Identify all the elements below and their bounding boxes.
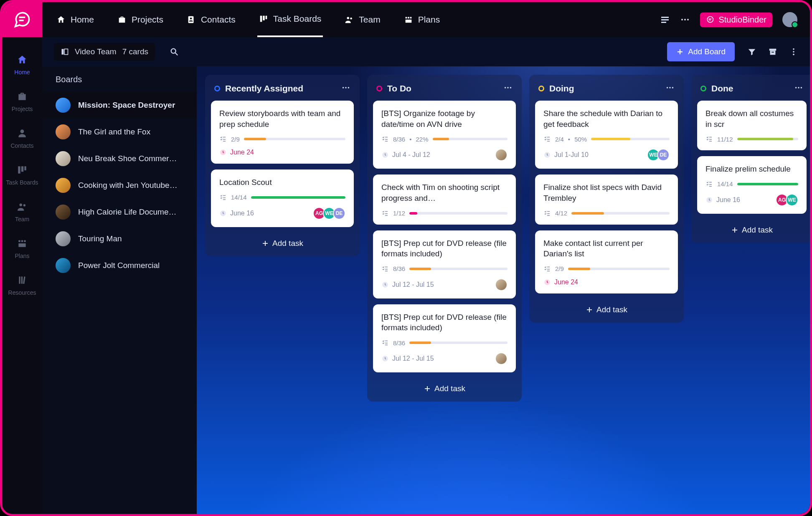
column-title: Doing xyxy=(549,83,660,94)
assignee-avatar[interactable] xyxy=(495,149,508,161)
card-progress: 2/4•50% xyxy=(543,135,670,143)
kanban-canvas[interactable]: Recently AssignedReview storyboards with… xyxy=(197,66,810,514)
sidebar-project[interactable]: High Calorie Life Docume… xyxy=(42,199,197,225)
brand-logo[interactable] xyxy=(2,2,42,37)
svg-rect-9 xyxy=(21,240,23,242)
board-context[interactable]: Video Team 7 cards xyxy=(54,43,155,61)
task-card[interactable]: [BTS] Prep cut for DVD release (file for… xyxy=(373,230,516,298)
checklist-icon xyxy=(543,135,551,143)
card-progress: 4/12 xyxy=(543,210,670,217)
sidebar-project[interactable]: Cooking with Jen Youtube… xyxy=(42,172,197,199)
svg-point-30 xyxy=(684,19,686,20)
card-date: June 24 xyxy=(219,149,254,156)
add-task-button[interactable]: Add task xyxy=(211,233,354,250)
task-card[interactable]: Location Scout14/14June 16AGWEDE xyxy=(211,169,354,227)
svg-point-47 xyxy=(345,87,347,89)
nav-plans[interactable]: Plans xyxy=(15,238,29,259)
nav-team[interactable]: Team xyxy=(15,201,29,223)
assignee-avatar[interactable]: WE xyxy=(786,194,798,206)
add-task-button[interactable]: Add task xyxy=(697,220,807,237)
column-more-icon[interactable] xyxy=(503,83,513,94)
clock-icon xyxy=(219,210,227,217)
list-view-icon[interactable] xyxy=(660,15,670,25)
menu-projects[interactable]: Projects xyxy=(116,2,165,37)
menu-label: Team xyxy=(359,15,380,25)
add-task-button[interactable]: Add task xyxy=(535,299,678,317)
people-icon xyxy=(16,201,28,212)
user-avatar[interactable] xyxy=(782,12,797,27)
add-task-button[interactable]: Add task xyxy=(373,378,516,396)
task-card[interactable]: Break down all costumes in scr11/12 xyxy=(697,101,807,150)
sidebar-project[interactable]: Mission: Space Destroyer xyxy=(42,92,197,119)
task-card[interactable]: Make contact list current per Darian's l… xyxy=(535,230,678,293)
sidebar-project[interactable]: Neu Break Shoe Commer… xyxy=(42,145,197,172)
task-card[interactable]: [BTS] Organize footage by date/time on A… xyxy=(373,101,516,169)
svg-point-31 xyxy=(687,19,689,20)
menu-taskboards[interactable]: Task Boards xyxy=(257,2,323,37)
more-vertical-icon[interactable] xyxy=(789,47,798,56)
add-board-button[interactable]: Add Board xyxy=(667,42,735,61)
svg-point-44 xyxy=(793,51,794,53)
brand-pill[interactable]: StudioBinder xyxy=(700,13,772,27)
nav-resources[interactable]: Resources xyxy=(8,274,36,296)
column-more-icon[interactable] xyxy=(794,83,803,94)
filter-icon[interactable] xyxy=(747,47,756,56)
svg-point-29 xyxy=(681,19,683,20)
card-count: 1/12 xyxy=(393,210,405,217)
menu-team[interactable]: Team xyxy=(343,2,382,37)
nav-home[interactable]: Home xyxy=(14,54,30,76)
task-card[interactable]: Share the schedule with Darian to get fe… xyxy=(535,101,678,169)
archive-icon[interactable] xyxy=(768,47,777,56)
assignee-avatar[interactable] xyxy=(495,352,508,365)
sidebar-project[interactable]: The Girl and the Fox xyxy=(42,119,197,145)
task-card[interactable]: Finalize shot list specs with David Trem… xyxy=(535,175,678,224)
menu-plans[interactable]: Plans xyxy=(402,2,442,37)
column-more-icon[interactable] xyxy=(665,83,675,94)
svg-rect-15 xyxy=(188,16,194,23)
kanban-column: DoneBreak down all costumes in scr11/12F… xyxy=(691,75,810,243)
task-card[interactable]: [BTS] Prep cut for DVD release (file for… xyxy=(373,304,516,372)
assignee-avatar[interactable]: DE xyxy=(657,149,670,161)
menu-home[interactable]: Home xyxy=(55,2,96,37)
progress-bar xyxy=(244,138,345,140)
assignee-avatar[interactable] xyxy=(495,278,508,291)
columns-icon xyxy=(16,164,28,176)
svg-rect-42 xyxy=(771,52,774,53)
card-count: 14/14 xyxy=(717,180,733,187)
svg-point-61 xyxy=(510,87,512,89)
card-progress: 2/9 xyxy=(543,265,670,273)
menu-label: Plans xyxy=(418,15,440,25)
menu-contacts[interactable]: Contacts xyxy=(185,2,237,37)
status-dot-icon xyxy=(538,86,544,91)
project-name: Touring Man xyxy=(78,234,122,243)
task-card[interactable]: Review storyboards with team and prep sc… xyxy=(211,101,354,164)
nav-label: Contacts xyxy=(10,142,33,149)
nav-label: Home xyxy=(14,69,30,76)
separator: • xyxy=(568,136,570,143)
status-dot-icon xyxy=(700,86,706,91)
project-thumbnail xyxy=(56,205,71,220)
nav-projects[interactable]: Projects xyxy=(12,91,33,112)
assignee-avatar[interactable]: DE xyxy=(333,207,345,220)
search-button[interactable] xyxy=(167,45,181,58)
svg-point-96 xyxy=(798,87,799,89)
card-footer: June 24 xyxy=(543,278,670,286)
column-more-icon[interactable] xyxy=(341,83,350,94)
menu-label: Projects xyxy=(132,15,163,25)
task-card[interactable]: Check with Tim on shooting script progre… xyxy=(373,175,516,224)
svg-point-21 xyxy=(350,18,353,20)
checklist-icon xyxy=(543,210,551,217)
board-icon xyxy=(61,48,69,56)
more-icon[interactable] xyxy=(680,15,690,25)
nav-label: Resources xyxy=(8,289,36,296)
sidebar-project[interactable]: Power Jolt Commercial xyxy=(42,252,197,279)
column-title: Recently Assigned xyxy=(225,83,336,94)
sidebar-project[interactable]: Touring Man xyxy=(42,225,197,252)
task-card[interactable]: Finalize prelim schedule14/14June 16AGWE xyxy=(697,156,807,214)
card-title: Break down all costumes in scr xyxy=(705,108,798,129)
nav-contacts[interactable]: Contacts xyxy=(10,127,33,149)
card-progress: 8/36 xyxy=(381,339,508,347)
user-icon xyxy=(16,127,28,139)
column-title: To Do xyxy=(387,83,498,94)
nav-taskboards[interactable]: Task Boards xyxy=(6,164,38,186)
